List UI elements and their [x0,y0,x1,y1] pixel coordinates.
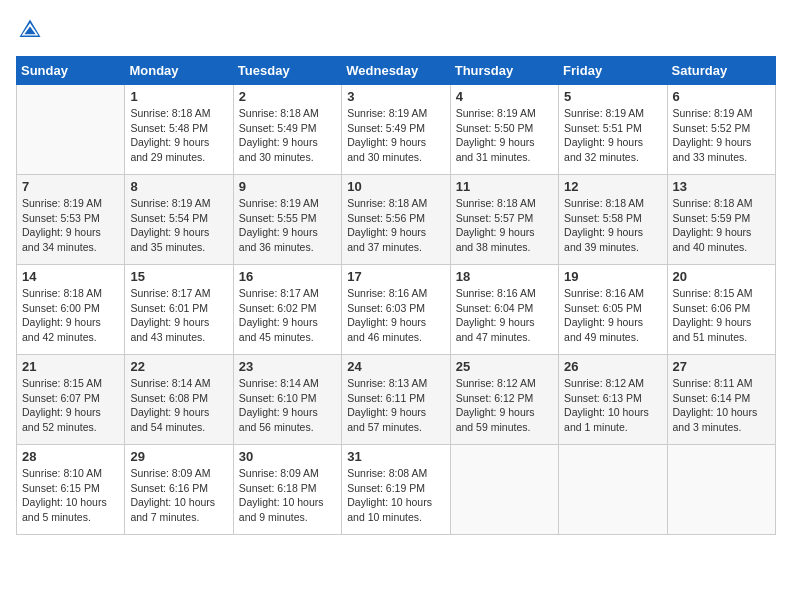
day-number: 8 [130,179,227,194]
calendar-cell: 4Sunrise: 8:19 AMSunset: 5:50 PMDaylight… [450,85,558,175]
day-number: 7 [22,179,119,194]
day-detail: Sunrise: 8:18 AMSunset: 5:48 PMDaylight:… [130,106,227,165]
day-detail: Sunrise: 8:12 AMSunset: 6:12 PMDaylight:… [456,376,553,435]
day-number: 21 [22,359,119,374]
page-header [16,16,776,44]
day-number: 19 [564,269,661,284]
day-number: 3 [347,89,444,104]
calendar-cell: 7Sunrise: 8:19 AMSunset: 5:53 PMDaylight… [17,175,125,265]
logo [16,16,48,44]
day-number: 12 [564,179,661,194]
day-number: 23 [239,359,336,374]
calendar-cell: 6Sunrise: 8:19 AMSunset: 5:52 PMDaylight… [667,85,775,175]
day-detail: Sunrise: 8:19 AMSunset: 5:49 PMDaylight:… [347,106,444,165]
calendar-cell: 29Sunrise: 8:09 AMSunset: 6:16 PMDayligh… [125,445,233,535]
day-number: 24 [347,359,444,374]
calendar-cell [17,85,125,175]
calendar-cell: 22Sunrise: 8:14 AMSunset: 6:08 PMDayligh… [125,355,233,445]
calendar-cell: 26Sunrise: 8:12 AMSunset: 6:13 PMDayligh… [559,355,667,445]
day-detail: Sunrise: 8:17 AMSunset: 6:01 PMDaylight:… [130,286,227,345]
calendar-week-1: 1Sunrise: 8:18 AMSunset: 5:48 PMDaylight… [17,85,776,175]
day-number: 31 [347,449,444,464]
header-cell-monday: Monday [125,57,233,85]
calendar-week-2: 7Sunrise: 8:19 AMSunset: 5:53 PMDaylight… [17,175,776,265]
day-number: 29 [130,449,227,464]
header-cell-tuesday: Tuesday [233,57,341,85]
day-detail: Sunrise: 8:16 AMSunset: 6:03 PMDaylight:… [347,286,444,345]
header-row: SundayMondayTuesdayWednesdayThursdayFrid… [17,57,776,85]
calendar-cell: 9Sunrise: 8:19 AMSunset: 5:55 PMDaylight… [233,175,341,265]
day-number: 25 [456,359,553,374]
day-detail: Sunrise: 8:18 AMSunset: 5:56 PMDaylight:… [347,196,444,255]
calendar-cell: 11Sunrise: 8:18 AMSunset: 5:57 PMDayligh… [450,175,558,265]
day-detail: Sunrise: 8:19 AMSunset: 5:51 PMDaylight:… [564,106,661,165]
day-number: 20 [673,269,770,284]
day-number: 6 [673,89,770,104]
day-number: 13 [673,179,770,194]
day-detail: Sunrise: 8:13 AMSunset: 6:11 PMDaylight:… [347,376,444,435]
day-number: 1 [130,89,227,104]
day-number: 18 [456,269,553,284]
logo-icon [16,16,44,44]
header-cell-thursday: Thursday [450,57,558,85]
day-detail: Sunrise: 8:19 AMSunset: 5:53 PMDaylight:… [22,196,119,255]
day-number: 11 [456,179,553,194]
day-number: 5 [564,89,661,104]
day-detail: Sunrise: 8:19 AMSunset: 5:52 PMDaylight:… [673,106,770,165]
calendar-body: 1Sunrise: 8:18 AMSunset: 5:48 PMDaylight… [17,85,776,535]
header-cell-saturday: Saturday [667,57,775,85]
day-detail: Sunrise: 8:14 AMSunset: 6:08 PMDaylight:… [130,376,227,435]
calendar-cell: 10Sunrise: 8:18 AMSunset: 5:56 PMDayligh… [342,175,450,265]
day-detail: Sunrise: 8:12 AMSunset: 6:13 PMDaylight:… [564,376,661,435]
header-cell-friday: Friday [559,57,667,85]
day-detail: Sunrise: 8:15 AMSunset: 6:06 PMDaylight:… [673,286,770,345]
day-number: 27 [673,359,770,374]
calendar-cell: 1Sunrise: 8:18 AMSunset: 5:48 PMDaylight… [125,85,233,175]
day-number: 15 [130,269,227,284]
calendar-cell: 2Sunrise: 8:18 AMSunset: 5:49 PMDaylight… [233,85,341,175]
day-detail: Sunrise: 8:19 AMSunset: 5:55 PMDaylight:… [239,196,336,255]
day-number: 4 [456,89,553,104]
calendar-cell: 25Sunrise: 8:12 AMSunset: 6:12 PMDayligh… [450,355,558,445]
day-detail: Sunrise: 8:14 AMSunset: 6:10 PMDaylight:… [239,376,336,435]
calendar-cell: 24Sunrise: 8:13 AMSunset: 6:11 PMDayligh… [342,355,450,445]
day-number: 26 [564,359,661,374]
calendar-cell [667,445,775,535]
calendar-week-3: 14Sunrise: 8:18 AMSunset: 6:00 PMDayligh… [17,265,776,355]
day-detail: Sunrise: 8:18 AMSunset: 5:58 PMDaylight:… [564,196,661,255]
day-detail: Sunrise: 8:18 AMSunset: 5:49 PMDaylight:… [239,106,336,165]
calendar-cell [450,445,558,535]
day-detail: Sunrise: 8:09 AMSunset: 6:18 PMDaylight:… [239,466,336,525]
day-detail: Sunrise: 8:16 AMSunset: 6:05 PMDaylight:… [564,286,661,345]
day-detail: Sunrise: 8:17 AMSunset: 6:02 PMDaylight:… [239,286,336,345]
day-detail: Sunrise: 8:10 AMSunset: 6:15 PMDaylight:… [22,466,119,525]
calendar-cell: 18Sunrise: 8:16 AMSunset: 6:04 PMDayligh… [450,265,558,355]
calendar-cell: 12Sunrise: 8:18 AMSunset: 5:58 PMDayligh… [559,175,667,265]
calendar-week-4: 21Sunrise: 8:15 AMSunset: 6:07 PMDayligh… [17,355,776,445]
calendar-cell: 21Sunrise: 8:15 AMSunset: 6:07 PMDayligh… [17,355,125,445]
calendar-cell: 8Sunrise: 8:19 AMSunset: 5:54 PMDaylight… [125,175,233,265]
calendar-header: SundayMondayTuesdayWednesdayThursdayFrid… [17,57,776,85]
day-number: 2 [239,89,336,104]
calendar-cell: 20Sunrise: 8:15 AMSunset: 6:06 PMDayligh… [667,265,775,355]
calendar-cell: 13Sunrise: 8:18 AMSunset: 5:59 PMDayligh… [667,175,775,265]
calendar-cell: 15Sunrise: 8:17 AMSunset: 6:01 PMDayligh… [125,265,233,355]
calendar-cell: 19Sunrise: 8:16 AMSunset: 6:05 PMDayligh… [559,265,667,355]
calendar-cell: 28Sunrise: 8:10 AMSunset: 6:15 PMDayligh… [17,445,125,535]
day-detail: Sunrise: 8:19 AMSunset: 5:50 PMDaylight:… [456,106,553,165]
day-number: 30 [239,449,336,464]
day-detail: Sunrise: 8:18 AMSunset: 5:59 PMDaylight:… [673,196,770,255]
day-detail: Sunrise: 8:09 AMSunset: 6:16 PMDaylight:… [130,466,227,525]
calendar-cell: 3Sunrise: 8:19 AMSunset: 5:49 PMDaylight… [342,85,450,175]
day-number: 16 [239,269,336,284]
calendar-cell: 14Sunrise: 8:18 AMSunset: 6:00 PMDayligh… [17,265,125,355]
day-number: 9 [239,179,336,194]
day-number: 28 [22,449,119,464]
day-number: 17 [347,269,444,284]
day-detail: Sunrise: 8:08 AMSunset: 6:19 PMDaylight:… [347,466,444,525]
calendar-cell: 31Sunrise: 8:08 AMSunset: 6:19 PMDayligh… [342,445,450,535]
day-detail: Sunrise: 8:16 AMSunset: 6:04 PMDaylight:… [456,286,553,345]
calendar-cell: 23Sunrise: 8:14 AMSunset: 6:10 PMDayligh… [233,355,341,445]
calendar-cell: 5Sunrise: 8:19 AMSunset: 5:51 PMDaylight… [559,85,667,175]
day-detail: Sunrise: 8:18 AMSunset: 5:57 PMDaylight:… [456,196,553,255]
